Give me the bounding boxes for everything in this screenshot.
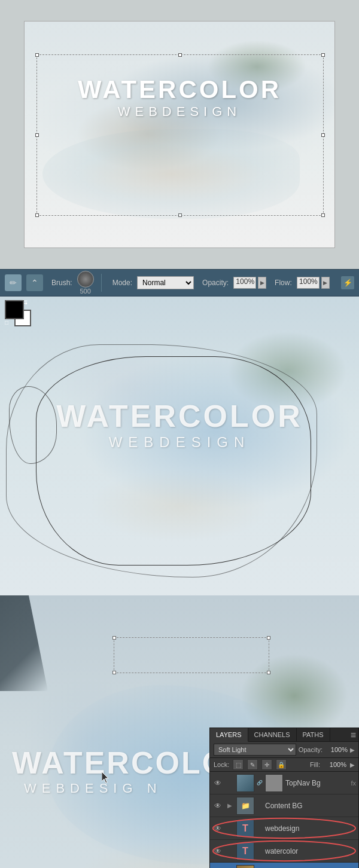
lock-position-btn[interactable]: ✛ xyxy=(261,759,272,770)
layer-row-logo-bg[interactable]: 👁 Logo BG xyxy=(210,863,358,868)
sel-handle-tl-3[interactable] xyxy=(112,636,116,640)
layer-row-webdesign[interactable]: 👁 T webdesign xyxy=(210,817,358,840)
brush-preview[interactable] xyxy=(77,271,94,288)
tab-paths[interactable]: PATHS xyxy=(297,728,330,741)
layer-link-topnav: 🔗 xyxy=(257,780,263,786)
section-1-preview: WATERCOLOR WEBDESIGN xyxy=(0,0,359,269)
tab-layers[interactable]: LAYERS xyxy=(210,728,248,742)
opacity-value[interactable]: 100% xyxy=(233,277,256,289)
opacity-group: 100% ▶ xyxy=(233,277,266,289)
layers-panel-options[interactable]: ≡ xyxy=(351,730,356,741)
lock-row: Lock: ⬚ ✎ ✛ 🔒 Fill: 100% ▶ xyxy=(210,758,358,772)
selection-handle-bl[interactable] xyxy=(35,213,39,217)
reset-colors-icon[interactable]: □ xyxy=(5,319,8,326)
layer-row-watercolor[interactable]: 👁 T watercolor xyxy=(210,840,358,863)
layer-thumb-topnav xyxy=(236,774,254,792)
mode-dropdown[interactable]: Normal Multiply Screen Overlay Soft Ligh… xyxy=(137,276,194,289)
layer-thumb-webdesign: T xyxy=(236,820,254,838)
selection-box-3 xyxy=(114,637,269,673)
sel-handle-br-3[interactable] xyxy=(267,671,270,674)
brush-label: Brush: xyxy=(51,279,72,287)
brush-size: 500 xyxy=(80,288,91,295)
layer-thumb-watercolor: T xyxy=(236,842,254,860)
fill-arrow[interactable]: ▶ xyxy=(350,762,355,768)
fill-label: Fill: xyxy=(310,761,320,768)
layers-tabs: LAYERS CHANNELS PATHS ≡ xyxy=(210,728,358,742)
layers-panel: LAYERS CHANNELS PATHS ≡ Soft Light Norma… xyxy=(209,728,359,868)
section-2: ✏ ⌃ Brush: 500 Mode: Normal Multiply Scr… xyxy=(0,269,359,595)
toolbar-divider-1 xyxy=(101,274,102,292)
layer-name-content: Content BG xyxy=(265,802,356,810)
layer-eye-topnav[interactable]: 👁 xyxy=(212,779,223,787)
blend-mode-select[interactable]: Soft Light Normal Multiply Screen Overla… xyxy=(214,744,296,756)
selection-handle-tl[interactable] xyxy=(35,53,39,57)
layer-row-content-bg[interactable]: 👁 ▶ 📁 Content BG xyxy=(210,794,358,817)
layer-row-topnav-bg[interactable]: 👁 🔗 TopNav Bg fx xyxy=(210,772,358,794)
flow-arrow[interactable]: ▶ xyxy=(321,277,330,289)
lock-transparent-btn[interactable]: ⬚ xyxy=(233,759,244,770)
opacity-value-layers: 100% xyxy=(325,746,348,753)
toolbar: ✏ ⌃ Brush: 500 Mode: Normal Multiply Scr… xyxy=(0,269,359,297)
fill-value: 100% xyxy=(324,761,346,768)
section-3: WATERCOLOR WEBDESIG N xyxy=(0,595,359,868)
layer-mask-topnav xyxy=(265,774,283,792)
layer-thumb-content: 📁 xyxy=(236,797,254,815)
mode-select[interactable]: Normal Multiply Screen Overlay Soft Ligh… xyxy=(137,276,194,289)
canvas-area-1: WATERCOLOR WEBDESIGN xyxy=(24,21,335,248)
flow-label: Flow: xyxy=(275,279,292,287)
swatch-foreground[interactable] xyxy=(5,300,24,319)
flow-group: 100% ▶ xyxy=(297,277,330,289)
sel-handle-tr-3[interactable] xyxy=(267,636,270,640)
layer-eye-content[interactable]: 👁 xyxy=(212,802,223,810)
sel-handle-bl-3[interactable] xyxy=(112,671,116,674)
layer-name-watercolor: watercolor xyxy=(265,847,356,855)
watercolor-blob-1 xyxy=(42,129,300,219)
tool-icon-2[interactable]: ⌃ xyxy=(26,274,43,291)
selection-handle-ml[interactable] xyxy=(35,133,39,137)
opacity-arrow[interactable]: ▶ xyxy=(258,277,266,289)
selection-squiggle xyxy=(6,344,317,577)
opacity-label-layers: Opacity: xyxy=(299,746,323,753)
selection-handle-tr[interactable] xyxy=(321,53,325,57)
selection-handle-tm[interactable] xyxy=(178,53,182,57)
layer-name-webdesign: webdesign xyxy=(265,824,356,833)
brush-tool-icon[interactable]: ✏ xyxy=(5,274,22,291)
lock-image-btn[interactable]: ✎ xyxy=(247,759,258,770)
opacity-arrow-layers[interactable]: ▶ xyxy=(350,747,355,753)
layer-fx-topnav[interactable]: fx xyxy=(351,780,356,787)
selection-handle-br[interactable] xyxy=(321,213,325,217)
layer-thumb-logo-bg xyxy=(236,865,254,869)
selection-handle-mr[interactable] xyxy=(321,133,325,137)
tab-channels[interactable]: CHANNELS xyxy=(248,728,297,741)
lock-label: Lock: xyxy=(214,761,229,768)
flow-value[interactable]: 100% xyxy=(297,277,320,289)
mode-label: Mode: xyxy=(112,279,132,287)
canvas-area-2[interactable]: WATERCOLOR WEBDESIGN xyxy=(0,297,359,595)
lock-all-btn[interactable]: 🔒 xyxy=(276,759,287,770)
tool-options-icon[interactable]: ⚡ xyxy=(341,276,354,289)
layer-eye-watercolor[interactable]: 👁 xyxy=(212,847,223,855)
layer-name-topnav: TopNav Bg xyxy=(285,779,348,787)
layer-expand-content[interactable]: ▶ xyxy=(226,802,234,809)
blend-mode-row: Soft Light Normal Multiply Screen Overla… xyxy=(210,742,358,758)
opacity-label: Opacity: xyxy=(202,279,229,287)
layer-eye-webdesign[interactable]: 👁 xyxy=(212,824,223,833)
